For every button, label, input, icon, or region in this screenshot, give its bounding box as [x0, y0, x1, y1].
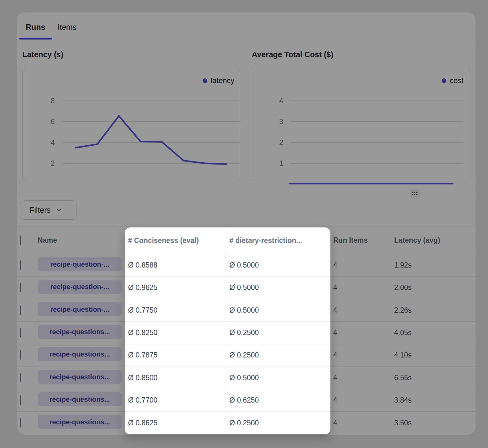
spotlight-cell-conciseness: Ø 0.8500	[125, 374, 226, 382]
spotlight-cell-dietary-restriction: Ø 0.2500	[226, 351, 330, 359]
spotlight-cell-conciseness: Ø 0.7750	[125, 306, 226, 315]
spotlight-cell-conciseness: Ø 0.7875	[125, 351, 226, 359]
spotlight-header-conciseness[interactable]: # Conciseness (eval)	[125, 236, 226, 245]
spotlight-cell-dietary-restriction: Ø 0.5000	[226, 283, 330, 292]
spotlight-body: Ø 0.8588Ø 0.5000Ø 0.9625Ø 0.5000Ø 0.7750…	[125, 254, 330, 434]
spotlight-row: Ø 0.8625Ø 0.2500	[125, 412, 330, 434]
spotlight-row: Ø 0.8588Ø 0.5000	[125, 254, 330, 277]
spotlight-column-divider	[226, 227, 226, 434]
spotlight-cell-conciseness: Ø 0.7700	[125, 396, 226, 404]
spotlight-cell-dietary-restriction: Ø 0.5000	[226, 374, 330, 382]
spotlight-header-row: # Conciseness (eval) # dietary-restricti…	[125, 227, 330, 254]
page: Runs Items Latency (s) Average Total Cos…	[0, 0, 488, 448]
spotlight-cell-conciseness: Ø 0.9625	[125, 283, 226, 292]
spotlight-row: Ø 0.9625Ø 0.5000	[125, 277, 330, 299]
spotlight-cell-dietary-restriction: Ø 0.5000	[226, 306, 330, 315]
spotlight-row: Ø 0.7700Ø 0.6250	[125, 389, 330, 412]
spotlight-cell-conciseness: Ø 0.8588	[125, 261, 226, 269]
spotlight-cell-conciseness: Ø 0.8625	[125, 419, 226, 427]
highlighted-score-columns: # Conciseness (eval) # dietary-restricti…	[125, 227, 330, 434]
spotlight-cell-conciseness: Ø 0.8250	[125, 329, 226, 337]
spotlight-row: Ø 0.7875Ø 0.2500	[125, 344, 330, 366]
spotlight-row: Ø 0.7750Ø 0.5000	[125, 299, 330, 322]
spotlight-row: Ø 0.8500Ø 0.5000	[125, 366, 330, 389]
spotlight-cell-dietary-restriction: Ø 0.2500	[226, 329, 330, 337]
spotlight-cell-dietary-restriction: Ø 0.6250	[226, 396, 330, 404]
spotlight-row: Ø 0.8250Ø 0.2500	[125, 322, 330, 344]
spotlight-cell-dietary-restriction: Ø 0.5000	[226, 261, 330, 269]
spotlight-header-dietary-restriction[interactable]: # dietary-restriction...	[226, 236, 330, 245]
spotlight-cell-dietary-restriction: Ø 0.2500	[226, 419, 330, 427]
